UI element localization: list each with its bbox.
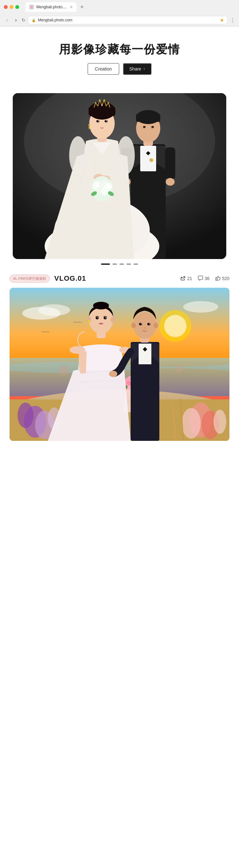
dot-5[interactable] xyxy=(134,264,138,265)
forward-button[interactable]: › xyxy=(13,17,19,23)
back-button[interactable]: ‹ xyxy=(4,17,10,23)
svg-point-35 xyxy=(101,188,109,195)
svg-point-38 xyxy=(107,185,110,188)
svg-point-97 xyxy=(141,323,142,324)
svg-point-48 xyxy=(104,99,105,101)
like-count: 520 xyxy=(222,276,230,281)
close-button[interactable] xyxy=(4,5,8,9)
minimize-button[interactable] xyxy=(9,5,13,9)
svg-point-47 xyxy=(101,105,103,106)
svg-point-81 xyxy=(127,381,131,386)
wedding-couple-illustration xyxy=(13,93,226,259)
svg-point-45 xyxy=(95,102,96,103)
comment-stat-icon xyxy=(198,276,203,282)
hero-section: 用影像珍藏每一份爱情 Creation Share ↑ xyxy=(0,27,239,84)
lock-icon: 🔒 xyxy=(32,18,36,22)
svg-rect-3 xyxy=(140,146,156,171)
bookmark-icon[interactable]: ★ xyxy=(220,18,224,23)
share-stat: 21 xyxy=(180,276,192,282)
svg-point-104 xyxy=(93,302,109,309)
svg-point-24 xyxy=(69,136,87,175)
svg-point-49 xyxy=(108,102,109,103)
svg-point-94 xyxy=(153,322,158,328)
page-content: 用影像珍藏每一份爱情 Creation Share ↑ xyxy=(0,27,239,856)
svg-rect-17 xyxy=(165,147,175,179)
svg-point-56 xyxy=(88,124,90,126)
svg-point-46 xyxy=(99,99,101,101)
slideshow xyxy=(13,93,226,259)
svg-point-7 xyxy=(149,158,153,162)
vlog-section: AL-PARIS梦巴黎摄影 VLOG.01 21 xyxy=(0,274,239,441)
refresh-button[interactable]: ↻ xyxy=(22,18,26,23)
browser-titlebar: 🌸 Mengbali.photo.... ✕ + xyxy=(0,0,239,14)
like-stat: 520 xyxy=(215,276,230,282)
svg-point-74 xyxy=(213,410,226,434)
more-options-button[interactable]: ⋮ xyxy=(230,17,235,23)
dot-3[interactable] xyxy=(120,264,124,265)
share-button[interactable]: Share ↑ xyxy=(123,63,151,75)
share-arrow-icon: ↑ xyxy=(143,67,145,71)
svg-point-93 xyxy=(131,322,136,328)
svg-point-52 xyxy=(96,120,99,123)
svg-point-99 xyxy=(144,327,146,329)
vlog-title: VLOG.01 xyxy=(54,274,86,283)
vlog-stats: 21 36 xyxy=(180,276,230,282)
svg-point-60 xyxy=(164,315,186,337)
tab-favicon: 🌸 xyxy=(29,5,34,9)
svg-point-68 xyxy=(18,403,33,428)
share-label: Share xyxy=(129,66,141,71)
new-tab-button[interactable]: + xyxy=(78,4,87,10)
svg-point-25 xyxy=(117,136,135,175)
svg-point-36 xyxy=(95,184,99,188)
svg-rect-11 xyxy=(136,114,160,122)
svg-point-14 xyxy=(143,126,146,128)
traffic-lights xyxy=(4,5,19,9)
share-stat-icon xyxy=(180,276,185,282)
address-bar: ‹ › ↻ 🔒 Mengbali.photo.com ★ ⋮ xyxy=(0,14,239,26)
svg-rect-44 xyxy=(89,106,115,116)
beach-scene xyxy=(9,288,230,441)
beach-couple-illustration xyxy=(9,288,230,441)
active-tab[interactable]: 🌸 Mengbali.photo.... ✕ xyxy=(26,2,76,12)
maximize-button[interactable] xyxy=(15,5,19,9)
svg-point-73 xyxy=(182,408,201,439)
hero-buttons: Creation Share ↑ xyxy=(6,63,233,75)
comment-count: 36 xyxy=(205,276,210,281)
svg-point-92 xyxy=(133,312,156,339)
dot-2[interactable] xyxy=(112,264,117,265)
studio-badge: AL-PARIS梦巴黎摄影 xyxy=(9,275,50,283)
svg-point-54 xyxy=(98,121,99,122)
svg-point-15 xyxy=(151,126,154,128)
creation-button[interactable]: Creation xyxy=(88,63,119,75)
wedding-scene xyxy=(13,93,226,259)
svg-point-96 xyxy=(147,323,150,326)
comment-stat: 36 xyxy=(198,276,210,282)
browser-chrome: 🌸 Mengbali.photo.... ✕ + ‹ › ↻ 🔒 Mengbal… xyxy=(0,0,239,27)
svg-point-109 xyxy=(98,317,99,318)
tab-bar: 🌸 Mengbali.photo.... ✕ + xyxy=(22,2,235,12)
svg-point-19 xyxy=(166,178,175,186)
slideshow-dots xyxy=(0,264,239,265)
svg-point-108 xyxy=(104,317,107,319)
svg-point-63 xyxy=(183,301,218,313)
share-count: 21 xyxy=(187,276,192,281)
svg-point-110 xyxy=(105,317,106,318)
svg-point-37 xyxy=(102,182,105,186)
svg-point-112 xyxy=(109,371,117,377)
tab-close-icon[interactable]: ✕ xyxy=(70,5,73,9)
svg-point-98 xyxy=(149,323,150,324)
url-bar[interactable]: 🔒 Mengbali.photo.com ★ xyxy=(28,16,228,24)
svg-point-57 xyxy=(89,126,90,129)
svg-point-95 xyxy=(139,323,142,326)
dot-4[interactable] xyxy=(127,264,131,265)
svg-point-113 xyxy=(59,366,69,375)
like-stat-icon xyxy=(215,276,220,282)
svg-point-114 xyxy=(175,365,182,373)
vlog-header: AL-PARIS梦巴黎摄影 VLOG.01 21 xyxy=(9,274,230,283)
dot-1[interactable] xyxy=(101,264,110,265)
svg-point-107 xyxy=(96,317,99,319)
svg-point-55 xyxy=(106,121,107,122)
svg-point-62 xyxy=(38,304,70,316)
svg-rect-87 xyxy=(139,344,151,364)
svg-point-111 xyxy=(88,320,90,322)
